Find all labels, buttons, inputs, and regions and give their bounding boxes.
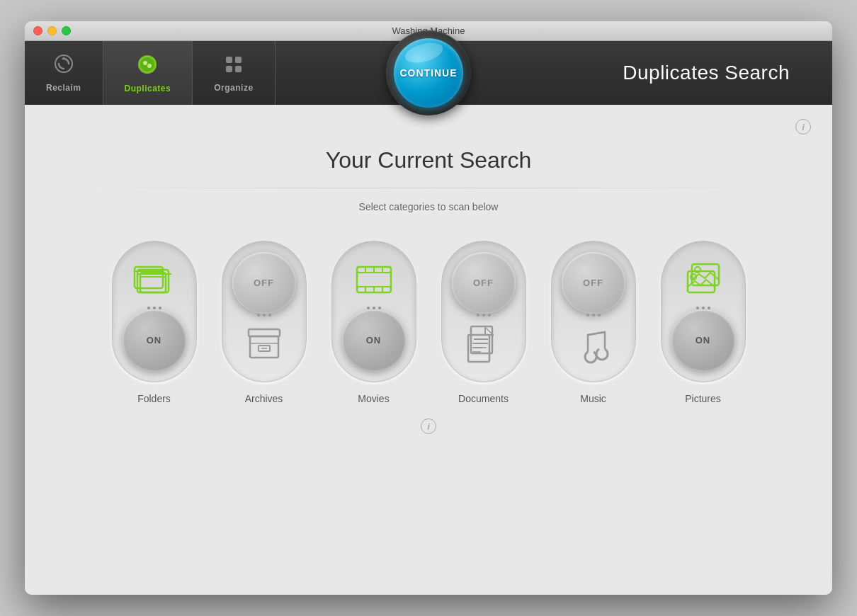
toggle-knob-folders: ON — [123, 309, 186, 371]
folders-icon-area — [126, 252, 183, 307]
info-icon-top[interactable]: i — [795, 119, 811, 135]
tab-reclaim[interactable]: Reclaim — [25, 41, 103, 105]
duplicates-label: Duplicates — [125, 84, 171, 93]
tab-organize[interactable]: Organize — [193, 41, 275, 105]
continue-button-wrap: CONTINUE — [386, 30, 471, 115]
movies-icon-area — [346, 252, 402, 307]
folders-icon — [133, 258, 176, 301]
divider — [67, 188, 790, 188]
music-icon-area — [565, 316, 622, 371]
duplicates-icon — [136, 53, 159, 80]
movies-label: Movies — [358, 393, 389, 404]
toggle-pill-pictures[interactable]: ON — [661, 241, 746, 382]
music-icon — [572, 322, 615, 365]
continue-button-outer: CONTINUE — [386, 30, 471, 115]
page-title-area: Duplicates Search — [623, 62, 790, 84]
on-label-pictures: ON — [696, 335, 711, 346]
continue-label: CONTINUE — [399, 67, 457, 79]
close-button[interactable] — [33, 26, 42, 35]
toggle-knob-documents: OFF — [452, 252, 516, 314]
music-label: Music — [580, 393, 606, 404]
toggle-archives: OFF — [222, 241, 307, 404]
page-title: Duplicates Search — [623, 62, 790, 84]
svg-rect-9 — [226, 66, 232, 72]
toggle-knob-music: OFF — [562, 252, 625, 314]
archives-label: Archives — [245, 393, 283, 404]
svg-rect-13 — [140, 273, 166, 292]
off-label-documents: OFF — [473, 278, 494, 288]
svg-rect-8 — [235, 57, 242, 63]
svg-rect-10 — [235, 66, 242, 72]
movies-icon — [353, 258, 395, 301]
documents-icon — [462, 322, 505, 365]
toggle-pill-folders[interactable]: ON — [112, 241, 197, 382]
reclaim-icon — [53, 53, 74, 79]
toggle-knob-movies: ON — [342, 309, 406, 371]
off-label-archives: OFF — [254, 278, 274, 288]
archives-icon-area — [236, 316, 293, 371]
toggle-pill-documents[interactable]: OFF — [441, 241, 526, 382]
toggle-music: OFF Music — [551, 241, 636, 404]
toggle-folders: ON Folders — [112, 241, 197, 404]
pictures-icon — [682, 258, 725, 301]
toggle-knob-pictures: ON — [671, 309, 735, 371]
svg-line-36 — [588, 332, 605, 335]
toggle-pill-movies[interactable]: ON — [331, 241, 416, 382]
documents-icon-area — [455, 316, 512, 371]
svg-point-6 — [147, 63, 149, 65]
organize-label: Organize — [214, 83, 253, 93]
main-content: i Your Current Search Select categories … — [25, 105, 832, 595]
categories-grid: ON Folders OFF — [112, 241, 746, 404]
documents-label: Documents — [458, 393, 509, 404]
info-icon-bottom[interactable]: i — [421, 418, 436, 434]
toggle-pill-archives[interactable]: OFF — [222, 241, 307, 382]
toggle-documents: OFF — [441, 241, 526, 404]
svg-rect-7 — [226, 57, 232, 63]
toolbar-tabs: Reclaim Duplicates — [25, 41, 276, 105]
tab-duplicates[interactable]: Duplicates — [103, 41, 193, 105]
toggle-pictures: ON Pictures — [661, 241, 746, 404]
subtitle: Select categories to scan below — [359, 201, 499, 212]
off-label-music: OFF — [583, 278, 603, 288]
maximize-button[interactable] — [62, 26, 71, 35]
continue-button[interactable]: CONTINUE — [394, 38, 463, 108]
svg-rect-15 — [250, 336, 278, 358]
pictures-icon-area — [675, 252, 732, 307]
svg-marker-1 — [62, 57, 66, 59]
folders-label: Folders — [137, 393, 171, 404]
toggle-knob-archives: OFF — [232, 252, 296, 314]
toggle-movies: ON Movies — [331, 241, 416, 404]
app-window: Washing Machine Reclaim — [25, 21, 832, 595]
search-title: Your Current Search — [326, 147, 532, 173]
pictures-label: Pictures — [685, 393, 721, 404]
archives-icon — [243, 322, 285, 365]
on-label-movies: ON — [366, 335, 382, 346]
toggle-pill-music[interactable]: OFF — [551, 241, 636, 382]
on-label-folders: ON — [147, 335, 162, 346]
organize-icon — [223, 54, 244, 79]
reclaim-label: Reclaim — [46, 83, 81, 93]
traffic-lights — [33, 26, 71, 35]
toolbar: Reclaim Duplicates — [25, 41, 832, 105]
svg-rect-14 — [249, 329, 280, 336]
minimize-button[interactable] — [47, 26, 57, 35]
